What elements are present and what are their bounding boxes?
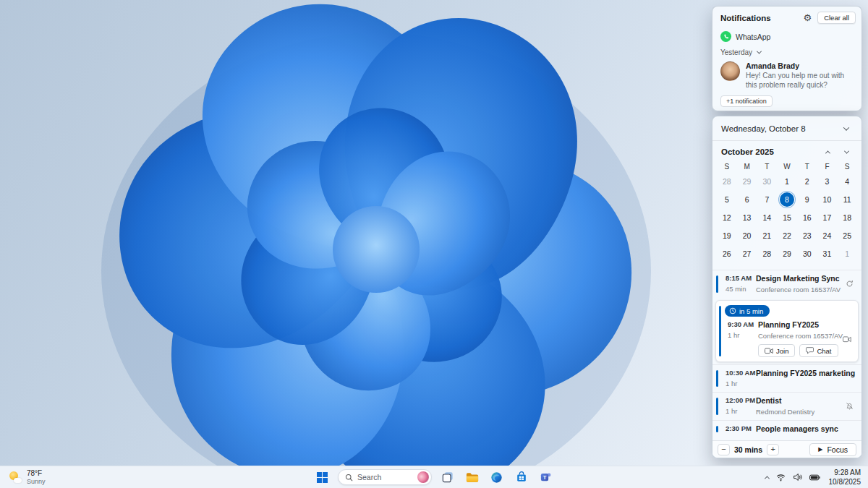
calendar-day[interactable]: 2 — [797, 172, 817, 190]
agenda-join-button[interactable]: Join — [758, 344, 795, 357]
calendar-day[interactable]: 17 — [817, 208, 838, 226]
calendar-day[interactable]: 30 — [797, 244, 817, 262]
bell-off-icon — [846, 400, 854, 413]
chat-icon — [806, 347, 814, 354]
clear-all-button[interactable]: Clear all — [817, 12, 856, 24]
weather-temp: 78°F — [27, 469, 46, 478]
edge-button[interactable] — [488, 468, 506, 487]
focus-button[interactable]: ▶ Focus — [809, 443, 856, 456]
calendar-collapse-button[interactable] — [838, 122, 855, 135]
calendar-day[interactable]: 1 — [777, 172, 797, 190]
calendar-day[interactable]: 23 — [797, 226, 817, 244]
wifi-icon[interactable] — [773, 466, 789, 488]
calendar-day[interactable]: 11 — [837, 190, 857, 208]
weather-widget[interactable]: 78°F Sunny — [0, 466, 54, 488]
start-button[interactable] — [313, 468, 331, 487]
calendar-day[interactable]: 21 — [757, 226, 777, 244]
volume-icon[interactable] — [789, 466, 806, 488]
task-view-button[interactable] — [438, 468, 456, 487]
play-icon: ▶ — [818, 446, 822, 453]
notification-body: Amanda Brady Hey! Can you help me out wi… — [746, 61, 854, 90]
calendar-week-row: 12131415161718 — [717, 208, 857, 226]
increase-duration-button[interactable]: + — [767, 444, 779, 455]
calendar-day[interactable]: 24 — [817, 226, 838, 244]
agenda-item[interactable]: 2:30 PMPeople managers sync — [712, 420, 861, 437]
calendar-day[interactable]: 7 — [757, 190, 777, 208]
agenda-item[interactable]: in 5 min9:30 AM1 hrPlanning FY2025Confer… — [715, 300, 859, 362]
agenda-main-column: Design Marketing SyncConference room 165… — [756, 274, 856, 294]
calendar-day[interactable]: 8 — [777, 190, 797, 208]
calendar-day[interactable]: 29 — [737, 172, 757, 190]
agenda-item[interactable]: 12:00 PM1 hrDentistRedmond Dentistry — [712, 392, 861, 420]
calendar-day[interactable]: 15 — [777, 208, 797, 226]
calendar-month-nav — [822, 147, 854, 157]
calendar-day[interactable]: 5 — [717, 190, 737, 208]
edge-icon — [490, 471, 503, 484]
agenda-location: Conference room 16537/AV — [758, 332, 854, 340]
calendar-day[interactable]: 10 — [817, 190, 838, 208]
sun-cloud-icon — [9, 471, 22, 483]
calendar-day[interactable]: 22 — [777, 226, 797, 244]
weather-condition: Sunny — [27, 478, 46, 486]
chevron-up-icon — [825, 150, 830, 155]
calendar-day[interactable]: 19 — [717, 226, 737, 244]
calendar-day[interactable]: 20 — [737, 226, 757, 244]
teams-icon: T — [540, 471, 552, 483]
windows-logo-icon — [317, 472, 328, 483]
camera-icon — [765, 348, 773, 354]
hidden-icons-button[interactable] — [762, 466, 773, 488]
notification-app-row[interactable]: WhatsApp — [712, 27, 861, 44]
calendar-day[interactable]: 29 — [777, 244, 797, 262]
notification-card[interactable]: Amanda Brady Hey! Can you help me out wi… — [712, 58, 861, 92]
decrease-duration-button[interactable]: − — [718, 444, 730, 455]
calendar-day[interactable]: 27 — [737, 244, 757, 262]
calendar-day[interactable]: 16 — [797, 208, 817, 226]
more-notifications-button[interactable]: +1 notification — [720, 95, 773, 107]
calendar-day[interactable]: 28 — [717, 172, 737, 190]
search-box[interactable]: Search — [338, 469, 432, 485]
calendar-day[interactable]: 31 — [817, 244, 838, 262]
calendar-day[interactable]: 18 — [837, 208, 857, 226]
agenda-time-column: 9:30 AM1 hr — [722, 320, 758, 357]
store-button[interactable] — [512, 468, 530, 487]
calendar-day[interactable]: 4 — [837, 172, 857, 190]
calendar-day[interactable]: 6 — [737, 190, 757, 208]
agenda-accent-bar — [716, 370, 718, 387]
clock-icon — [729, 307, 736, 314]
agenda-time-column: 8:15 AM45 min — [720, 274, 756, 294]
calendar-day[interactable]: 28 — [757, 244, 777, 262]
notification-settings-icon[interactable]: ⚙ — [801, 13, 813, 22]
agenda-item[interactable]: 10:30 AM1 hrPlanning FY2025 marketing — [712, 364, 861, 392]
calendar-day[interactable]: 26 — [717, 244, 737, 262]
calendar-month-row: October 2025 — [712, 141, 861, 159]
calendar-day[interactable]: 25 — [837, 226, 857, 244]
sender-avatar — [720, 61, 740, 81]
agenda-list: 8:15 AM45 minDesign Marketing SyncConfer… — [712, 270, 861, 440]
calendar-day[interactable]: 13 — [737, 208, 757, 226]
notification-group-header[interactable]: Yesterday — [712, 44, 861, 58]
battery-icon[interactable] — [806, 466, 824, 488]
file-explorer-button[interactable] — [463, 468, 481, 487]
agenda-button-label: Join — [776, 347, 788, 355]
agenda-item[interactable]: 8:15 AM45 minDesign Marketing SyncConfer… — [712, 270, 861, 298]
calendar-prev-month-button[interactable] — [822, 147, 833, 157]
agenda-chat-button[interactable]: Chat — [799, 344, 838, 357]
weekday-label: S — [837, 163, 857, 171]
agenda-title: Planning FY2025 — [758, 320, 854, 329]
calendar-day[interactable]: 12 — [717, 208, 737, 226]
agenda-title: People managers sync — [756, 424, 856, 433]
calendar-day[interactable]: 14 — [757, 208, 777, 226]
calendar-day[interactable]: 3 — [817, 172, 838, 190]
taskbar: 78°F Sunny Search — [0, 466, 868, 488]
calendar-day[interactable]: 1 — [837, 244, 857, 262]
teams-button[interactable]: T — [537, 468, 555, 487]
agenda-main-column: People managers sync — [756, 424, 856, 433]
clock[interactable]: 9:28 AM 10/8/2025 — [824, 468, 861, 487]
calendar-next-month-button[interactable] — [841, 147, 851, 157]
calendar-week-row: 19202122232425 — [717, 226, 857, 244]
search-highlight-image[interactable] — [417, 471, 429, 483]
calendar-day[interactable]: 30 — [757, 172, 777, 190]
camera-icon — [843, 333, 851, 346]
task-view-icon — [442, 471, 454, 483]
calendar-day[interactable]: 9 — [797, 190, 817, 208]
